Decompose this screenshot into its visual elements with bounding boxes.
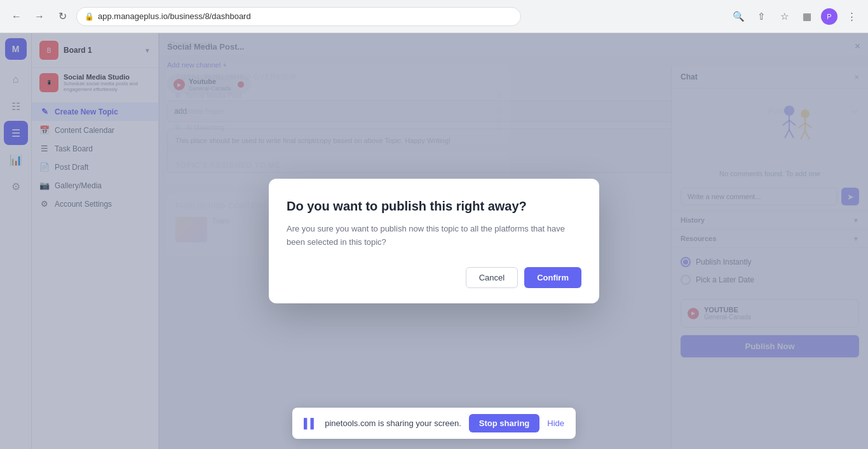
hide-button[interactable]: Hide (547, 418, 564, 428)
search-browser-button[interactable]: 🔍 (729, 8, 747, 25)
menu-button[interactable]: ⋮ (843, 8, 860, 25)
modal-dialog: Do you want to publish this right away? … (269, 179, 599, 303)
share-browser-button[interactable]: ⇧ (752, 8, 770, 25)
screen-share-message: pinetools.com is sharing your screen. (325, 418, 461, 428)
cancel-button[interactable]: Cancel (466, 267, 518, 288)
screen-share-bar: ▌▌ pinetools.com is sharing your screen.… (292, 408, 576, 439)
app-layout: M ⌂ ☷ ☰ 📊 ⚙ B Board 1 ▼ 📱 Social Media S… (0, 33, 868, 449)
address-bar[interactable]: 🔒 app.manageplus.io/business/8/dashboard (76, 7, 521, 26)
modal-actions: Cancel Confirm (287, 267, 581, 288)
bookmark-button[interactable]: ☆ (775, 8, 793, 25)
confirm-button[interactable]: Confirm (524, 267, 581, 288)
modal-overlay: Do you want to publish this right away? … (0, 33, 868, 449)
lock-icon: 🔒 (85, 12, 94, 21)
forward-button[interactable]: → (31, 8, 48, 25)
split-view-button[interactable]: ▦ (798, 8, 816, 25)
screen-share-icon: ▌▌ (304, 418, 317, 429)
modal-body: Are you sure you want to publish now thi… (287, 223, 581, 249)
back-button[interactable]: ← (8, 8, 25, 25)
profile-avatar[interactable]: P (821, 8, 837, 25)
refresh-button[interactable]: ↻ (53, 8, 71, 25)
browser-bar: ← → ↻ 🔒 app.manageplus.io/business/8/das… (0, 0, 868, 33)
modal-title: Do you want to publish this right away? (287, 199, 581, 214)
browser-actions: 🔍 ⇧ ☆ ▦ P ⋮ (729, 8, 860, 25)
url-text: app.manageplus.io/business/8/dashboard (98, 11, 251, 21)
stop-sharing-button[interactable]: Stop sharing (469, 414, 539, 432)
